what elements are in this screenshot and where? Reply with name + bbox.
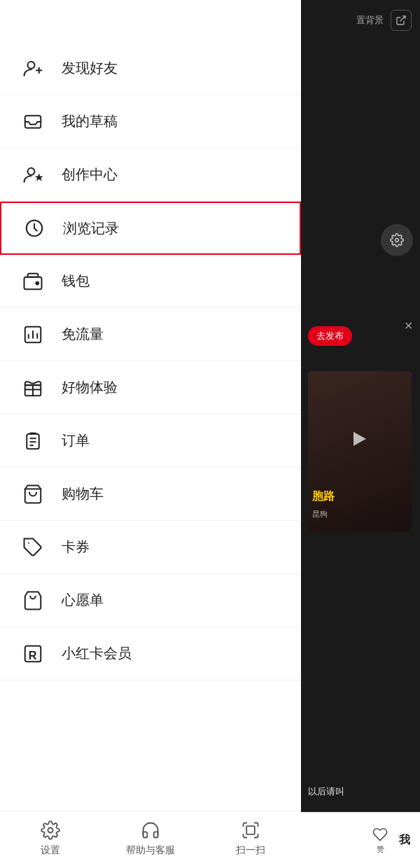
menu-item-good-things[interactable]: 好物体验 bbox=[0, 361, 301, 414]
tag-icon bbox=[20, 534, 46, 561]
bottom-nav: 设置 帮助与客服 扫一扫 bbox=[0, 811, 301, 868]
person-star-icon bbox=[20, 162, 46, 188]
svg-text:R: R bbox=[29, 648, 37, 661]
settings-circle-btn[interactable] bbox=[381, 224, 413, 256]
clock-icon bbox=[21, 215, 48, 241]
close-icon[interactable]: ✕ bbox=[404, 319, 413, 332]
help-label: 帮助与客服 bbox=[126, 844, 175, 857]
find-friends-label: 发现好友 bbox=[62, 59, 118, 78]
clipboard-icon bbox=[20, 428, 46, 454]
right-app-panel: 置背景 ✕ 去发布 胞路 昆狗 以后请叫 bbox=[301, 0, 420, 868]
svg-point-4 bbox=[28, 168, 35, 175]
gift-icon bbox=[20, 374, 46, 401]
right-action-buttons bbox=[381, 224, 413, 256]
coupons-label: 卡券 bbox=[62, 538, 90, 556]
menu-item-orders[interactable]: 订单 bbox=[0, 414, 301, 468]
menu-item-drafts[interactable]: 我的草稿 bbox=[0, 95, 301, 148]
menu-item-browse-history[interactable]: 浏览记录 bbox=[0, 202, 301, 255]
menu-item-wallet[interactable]: 钱包 bbox=[0, 255, 301, 308]
wishlist-label: 心愿单 bbox=[62, 591, 104, 610]
gear-icon bbox=[40, 820, 61, 841]
scan-label: 扫一扫 bbox=[236, 844, 265, 857]
person-add-icon bbox=[20, 55, 46, 82]
like-label: 赞 bbox=[377, 844, 384, 855]
menu-top-spacer bbox=[0, 0, 301, 42]
menu-item-wishlist[interactable]: 心愿单 bbox=[0, 574, 301, 627]
svg-point-24 bbox=[48, 828, 52, 833]
headphones-icon bbox=[140, 820, 161, 841]
svg-line-26 bbox=[400, 16, 405, 21]
menu-item-free-data[interactable]: 免流量 bbox=[0, 308, 301, 361]
background-label: 置背景 bbox=[356, 14, 384, 27]
publish-button[interactable]: 去发布 bbox=[308, 326, 352, 346]
bag-icon bbox=[20, 587, 46, 614]
registered-icon: R bbox=[20, 640, 46, 667]
settings-label: 设置 bbox=[41, 844, 60, 857]
video-title: 胞路 bbox=[312, 489, 407, 504]
menu-panel: 发现好友 我的草稿 创作中心 浏览记录 bbox=[0, 0, 301, 868]
scan-icon bbox=[240, 820, 261, 841]
cart-icon bbox=[20, 481, 46, 507]
wallet-icon bbox=[20, 268, 46, 295]
menu-item-cart[interactable]: 购物车 bbox=[0, 468, 301, 521]
scan-nav-item[interactable]: 扫一扫 bbox=[201, 811, 301, 868]
browse-history-label: 浏览记录 bbox=[63, 219, 119, 238]
settings-nav-item[interactable]: 设置 bbox=[0, 811, 100, 868]
menu-item-membership[interactable]: R 小红卡会员 bbox=[0, 627, 301, 680]
menu-item-find-friends[interactable]: 发现好友 bbox=[0, 42, 301, 95]
right-top-bar: 置背景 bbox=[301, 0, 420, 41]
bar-chart-icon bbox=[20, 321, 46, 348]
svg-marker-5 bbox=[35, 173, 43, 181]
wallet-label: 钱包 bbox=[62, 272, 90, 290]
good-things-label: 好物体验 bbox=[62, 378, 118, 397]
right-bottom-tab-bar: 赞 我 bbox=[301, 812, 420, 868]
inbox-icon bbox=[20, 108, 46, 135]
like-area: 赞 bbox=[372, 827, 388, 855]
video-sub: 昆狗 bbox=[312, 509, 328, 519]
svg-point-0 bbox=[28, 62, 35, 69]
play-icon bbox=[354, 432, 366, 446]
orders-label: 订单 bbox=[62, 431, 90, 450]
share-icon bbox=[391, 10, 412, 31]
free-data-label: 免流量 bbox=[62, 325, 104, 344]
creator-center-label: 创作中心 bbox=[62, 165, 118, 184]
video-thumbnail[interactable]: 胞路 昆狗 bbox=[308, 371, 412, 532]
svg-point-8 bbox=[36, 281, 38, 284]
drafts-label: 我的草稿 bbox=[62, 112, 118, 131]
menu-item-creator-center[interactable]: 创作中心 bbox=[0, 148, 301, 202]
bottom-caption: 以后请叫 bbox=[308, 785, 344, 798]
membership-label: 小红卡会员 bbox=[62, 644, 132, 663]
video-title-area: 胞路 bbox=[312, 489, 407, 504]
menu-item-coupons[interactable]: 卡券 bbox=[0, 521, 301, 574]
me-tab-label[interactable]: 我 bbox=[399, 833, 410, 848]
svg-rect-25 bbox=[246, 826, 255, 834]
svg-point-27 bbox=[396, 239, 399, 242]
help-nav-item[interactable]: 帮助与客服 bbox=[100, 811, 200, 868]
cart-label: 购物车 bbox=[62, 484, 104, 503]
